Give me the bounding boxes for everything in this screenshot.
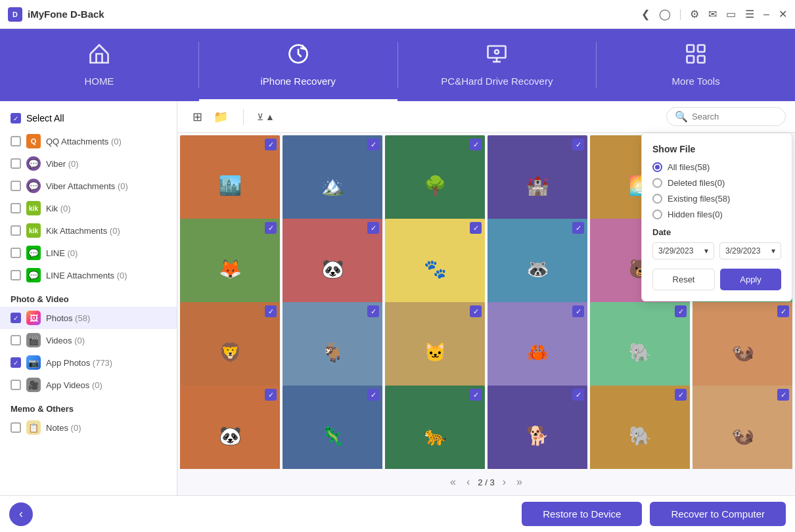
- nav-more-tools[interactable]: More Tools: [597, 29, 795, 101]
- close-button[interactable]: ✕: [779, 8, 787, 20]
- photo-checkbox[interactable]: ✓: [367, 139, 379, 150]
- chat-icon[interactable]: ▭: [726, 8, 736, 20]
- photo-checkbox[interactable]: ✓: [572, 139, 584, 150]
- photo-checkbox[interactable]: ✓: [777, 389, 789, 401]
- radio-existing-files[interactable]: [652, 194, 662, 204]
- sidebar-item-qq-attachments[interactable]: Q QQ Attachments (0): [0, 130, 177, 152]
- folder-view-button[interactable]: 📁: [210, 106, 231, 127]
- sidebar-item-videos[interactable]: 🎬 Videos (0): [0, 329, 177, 351]
- radio-deleted-files[interactable]: [652, 178, 662, 188]
- notes-checkbox[interactable]: [11, 422, 21, 433]
- select-all-row[interactable]: ✓ Select All: [0, 108, 177, 130]
- content-toolbar: ⊞ 📁 ⊻ ▲ 🔍: [177, 101, 795, 133]
- sidebar-item-photos[interactable]: ✓ 🖼 Photos (58): [0, 307, 177, 329]
- photo-cell[interactable]: 🦎✓: [283, 386, 382, 469]
- kik-checkbox[interactable]: [11, 203, 21, 213]
- kik-attachments-label: Kik Attachments (0): [46, 226, 120, 236]
- filter-hidden-files[interactable]: Hidden files(0): [652, 210, 781, 219]
- back-button[interactable]: ‹: [9, 502, 33, 526]
- viber-attachments-checkbox[interactable]: [11, 181, 21, 191]
- photo-checkbox[interactable]: ✓: [572, 389, 584, 401]
- bottom-bar: ‹ Restore to Device Recover to Computer: [0, 495, 795, 532]
- recover-to-computer-button[interactable]: Recover to Computer: [650, 502, 786, 526]
- line-checkbox[interactable]: [11, 248, 21, 258]
- mail-icon[interactable]: ✉: [708, 8, 717, 20]
- photo-cell[interactable]: 🐼✓: [180, 386, 280, 469]
- date-to-select[interactable]: 3/29/2023 ▾: [719, 242, 781, 259]
- photo-checkbox[interactable]: ✓: [675, 305, 687, 317]
- photo-checkbox[interactable]: ✓: [572, 222, 584, 234]
- qq-attachments-checkbox[interactable]: [11, 136, 21, 146]
- photo-checkbox[interactable]: ✓: [265, 305, 277, 317]
- share-icon[interactable]: ❮: [641, 8, 650, 20]
- last-page-button[interactable]: »: [514, 475, 525, 489]
- menu-icon[interactable]: ☰: [745, 8, 754, 20]
- viber-attachments-label: Viber Attachments (0): [46, 181, 128, 191]
- filter-all-files[interactable]: All files(58): [652, 162, 781, 172]
- sidebar-item-app-videos[interactable]: 🎥 App Videos (0): [0, 374, 177, 396]
- radio-hidden-files[interactable]: [652, 210, 662, 219]
- sidebar-item-viber-attachments[interactable]: 💬 Viber Attachments (0): [0, 175, 177, 197]
- grid-view-button[interactable]: ⊞: [187, 106, 208, 127]
- photo-checkbox[interactable]: ✓: [470, 139, 482, 150]
- nav-home[interactable]: HOME: [0, 29, 198, 101]
- photo-checkbox[interactable]: ✓: [675, 389, 687, 401]
- sidebar-item-viber[interactable]: 💬 Viber (0): [0, 152, 177, 175]
- photo-checkbox[interactable]: ✓: [470, 222, 482, 234]
- first-page-button[interactable]: «: [447, 475, 459, 489]
- photo-checkbox[interactable]: ✓: [470, 305, 482, 317]
- app-videos-icon: 🎥: [26, 378, 41, 392]
- svg-rect-4: [698, 45, 705, 52]
- search-input[interactable]: [692, 112, 777, 122]
- filter-panel-title: Show File: [652, 144, 781, 154]
- sidebar-item-line[interactable]: 💬 LINE (0): [0, 242, 177, 264]
- sidebar-item-notes[interactable]: 📋 Notes (0): [0, 416, 177, 439]
- apply-button[interactable]: Apply: [720, 269, 781, 290]
- filter-existing-files[interactable]: Existing files(58): [652, 194, 781, 204]
- videos-checkbox[interactable]: [11, 335, 21, 345]
- photo-checkbox[interactable]: ✓: [572, 305, 584, 317]
- viber-checkbox[interactable]: [11, 158, 21, 169]
- sidebar-item-line-attachments[interactable]: 💬 LINE Attachments (0): [0, 264, 177, 286]
- photo-cell[interactable]: 🐆✓: [385, 386, 485, 469]
- sidebar-item-app-photos[interactable]: ✓ 📷 App Photos (773): [0, 351, 177, 374]
- photo-checkbox[interactable]: ✓: [777, 305, 789, 317]
- photo-checkbox[interactable]: ✓: [470, 389, 482, 401]
- restore-to-device-button[interactable]: Restore to Device: [522, 502, 642, 526]
- settings-icon[interactable]: ⚙: [690, 8, 699, 20]
- sidebar-item-kik-attachments[interactable]: kik Kik Attachments (0): [0, 219, 177, 242]
- app-photos-checkbox[interactable]: ✓: [11, 357, 21, 368]
- sidebar-item-kik[interactable]: kik Kik (0): [0, 197, 177, 219]
- filter-button[interactable]: ⊻ ▲: [253, 109, 279, 125]
- photo-checkbox[interactable]: ✓: [367, 305, 379, 317]
- photo-cell[interactable]: 🐘✓: [590, 386, 690, 469]
- photos-icon: 🖼: [26, 311, 41, 325]
- reset-button[interactable]: Reset: [652, 269, 715, 290]
- line-attachments-checkbox[interactable]: [11, 270, 21, 280]
- filter-deleted-files[interactable]: Deleted files(0): [652, 178, 781, 188]
- date-from-select[interactable]: 3/29/2023 ▾: [652, 242, 714, 259]
- photo-cell[interactable]: 🦦✓: [693, 386, 792, 469]
- photo-checkbox[interactable]: ✓: [265, 139, 277, 150]
- photos-checkbox[interactable]: ✓: [11, 313, 21, 323]
- user-icon[interactable]: ◯: [659, 8, 671, 20]
- app-videos-checkbox[interactable]: [11, 380, 21, 390]
- prev-page-button[interactable]: ‹: [464, 475, 472, 489]
- nav-pc-recovery[interactable]: PC&Hard Drive Recovery: [398, 29, 597, 101]
- minimize-button[interactable]: –: [763, 9, 769, 20]
- kik-attachments-checkbox[interactable]: [11, 225, 21, 236]
- filter-icon: ⊻: [257, 112, 263, 122]
- photo-checkbox[interactable]: ✓: [367, 222, 379, 234]
- next-page-button[interactable]: ›: [500, 475, 509, 489]
- nav-iphone-recovery[interactable]: iPhone Recovery: [199, 29, 398, 101]
- select-all-checkbox[interactable]: ✓: [11, 113, 21, 123]
- radio-all-files[interactable]: [652, 162, 662, 172]
- page-indicator: 2 / 3: [478, 477, 494, 487]
- line-attachments-icon: 💬: [26, 268, 41, 282]
- photo-cell[interactable]: 🐕✓: [488, 386, 587, 469]
- photo-checkbox[interactable]: ✓: [367, 389, 379, 401]
- photo-checkbox[interactable]: ✓: [265, 389, 277, 401]
- photo-checkbox[interactable]: ✓: [265, 222, 277, 234]
- filter-actions: Reset Apply: [652, 269, 781, 290]
- svg-point-2: [495, 50, 499, 54]
